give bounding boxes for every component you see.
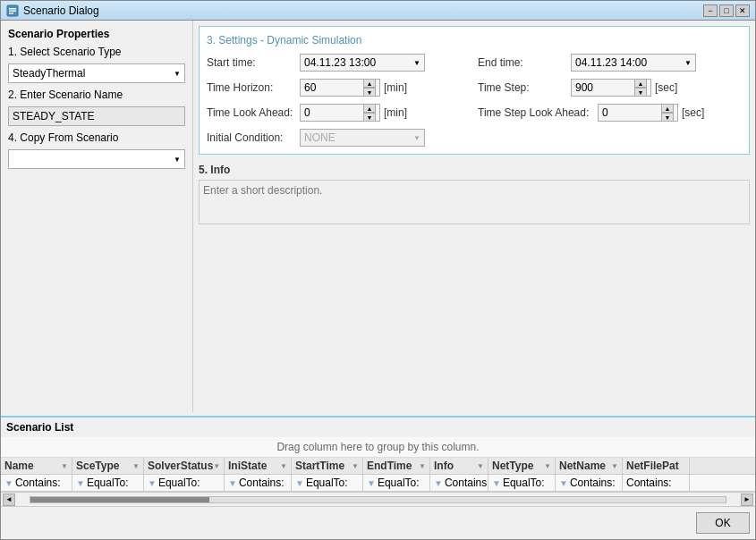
col-header-inistate[interactable]: IniState ▼ xyxy=(225,458,292,474)
start-time-row: Start time: 04.11.23 13:00 ▼ xyxy=(207,54,471,72)
col-header-info[interactable]: Info ▼ xyxy=(430,458,488,474)
scenario-name-input[interactable]: STEADY_STATE xyxy=(8,106,185,126)
ok-button[interactable]: OK xyxy=(696,512,750,534)
filter-nettype[interactable]: ▼ EqualTo: xyxy=(488,475,556,491)
settings-title: 3. Settings - Dynamic Simulation xyxy=(207,34,742,46)
start-time-label: Start time: xyxy=(207,56,296,69)
filter-name[interactable]: ▼ Contains: xyxy=(1,475,72,491)
time-step-value: 900 xyxy=(575,81,593,94)
info-label: 5. Info xyxy=(199,164,750,176)
time-step-unit: [sec] xyxy=(655,81,682,94)
time-step-look-ahead-unit: [sec] xyxy=(682,106,709,119)
col-filter-icon-info: ▼ xyxy=(477,462,484,470)
col-header-nettype[interactable]: NetType ▼ xyxy=(488,458,556,474)
start-time-dropdown-icon: ▼ xyxy=(413,59,420,67)
time-step-look-ahead-input[interactable]: 0 ▲ ▼ xyxy=(598,104,678,122)
col-filter-icon-netname: ▼ xyxy=(611,462,618,470)
time-step-spinner[interactable]: ▲ ▼ xyxy=(634,79,647,97)
scrollbar-thumb[interactable] xyxy=(30,497,209,502)
filter-inistate[interactable]: ▼ Contains: xyxy=(225,475,292,491)
info-section: 5. Info xyxy=(199,160,750,231)
time-look-ahead-input[interactable]: 0 ▲ ▼ xyxy=(300,104,380,122)
filter-solverstatus[interactable]: ▼ EqualTo: xyxy=(144,475,225,491)
col-header-scetype[interactable]: SceType ▼ xyxy=(72,458,144,474)
time-look-ahead-down[interactable]: ▼ xyxy=(363,113,376,122)
time-step-look-ahead-row: Time Step Look Ahead: 0 ▲ ▼ [sec] xyxy=(478,104,742,122)
time-horizon-label: Time Horizon: xyxy=(207,81,296,94)
start-time-input[interactable]: 04.11.23 13:00 ▼ xyxy=(300,54,425,72)
time-step-look-ahead-up[interactable]: ▲ xyxy=(661,104,674,113)
maximize-button[interactable]: □ xyxy=(719,4,734,17)
time-horizon-input[interactable]: 60 ▲ ▼ xyxy=(300,79,380,97)
time-step-up[interactable]: ▲ xyxy=(634,79,647,88)
dialog-icon xyxy=(6,4,19,17)
filter-icon-info: ▼ xyxy=(434,478,443,488)
filter-endtime[interactable]: ▼ EqualTo: xyxy=(363,475,430,491)
initial-condition-input[interactable]: NONE ▼ xyxy=(300,129,425,147)
start-time-value: 04.11.23 13:00 xyxy=(304,56,376,69)
scroll-right-button[interactable]: ► xyxy=(741,494,753,506)
right-panel: 3. Settings - Dynamic Simulation Start t… xyxy=(193,21,755,412)
col-filter-icon-inistate: ▼ xyxy=(280,462,287,470)
col-header-solverstatus[interactable]: SolverStatus ▼ xyxy=(144,458,225,474)
scrollbar-track[interactable] xyxy=(30,496,726,503)
settings-right-col: End time: 04.11.23 14:00 ▼ Time Step: 90… xyxy=(478,54,742,147)
filter-starttime[interactable]: ▼ EqualTo: xyxy=(292,475,363,491)
filter-netfilepath[interactable]: Contains: xyxy=(623,475,690,491)
scenario-type-value: SteadyThermal xyxy=(13,67,85,80)
filter-icon-inistate: ▼ xyxy=(228,478,237,488)
time-horizon-down[interactable]: ▼ xyxy=(363,88,376,97)
col-header-name[interactable]: Name ▼ xyxy=(1,458,72,474)
col-header-netfilepath[interactable]: NetFilePat xyxy=(623,458,690,474)
drag-hint: Drag column here to group by this column… xyxy=(1,437,755,458)
scenario-dialog: Scenario Dialog − □ ✕ Scenario Propertie… xyxy=(0,0,756,540)
filter-icon-endtime: ▼ xyxy=(367,478,376,488)
filter-scetype[interactable]: ▼ EqualTo: xyxy=(72,475,144,491)
time-step-look-ahead-down[interactable]: ▼ xyxy=(661,113,674,122)
filter-icon-starttime: ▼ xyxy=(295,478,304,488)
filter-icon-name: ▼ xyxy=(4,478,13,488)
properties-title: Scenario Properties xyxy=(8,28,185,40)
time-step-look-ahead-spinner[interactable]: ▲ ▼ xyxy=(661,104,674,122)
filter-row: ▼ Contains: ▼ EqualTo: ▼ EqualTo: ▼ Cont… xyxy=(1,475,755,492)
col-header-starttime[interactable]: StartTime ▼ xyxy=(292,458,363,474)
left-panel: Scenario Properties 1. Select Scenario T… xyxy=(1,21,193,412)
col-filter-icon-nettype: ▼ xyxy=(544,462,551,470)
time-look-ahead-unit: [min] xyxy=(384,106,411,119)
time-look-ahead-value: 0 xyxy=(304,106,310,119)
filter-icon-netname: ▼ xyxy=(559,478,568,488)
title-bar: Scenario Dialog − □ ✕ xyxy=(1,1,755,21)
time-horizon-unit: [min] xyxy=(384,81,411,94)
section4-label: 4. Copy From Scenario xyxy=(8,131,185,144)
filter-icon-nettype: ▼ xyxy=(492,478,501,488)
copy-from-dropdown-icon: ▼ xyxy=(174,156,181,164)
top-area: Scenario Properties 1. Select Scenario T… xyxy=(1,21,755,412)
time-step-input[interactable]: 900 ▲ ▼ xyxy=(571,79,651,97)
filter-icon-scetype: ▼ xyxy=(76,478,85,488)
copy-from-select[interactable]: ▼ xyxy=(8,149,185,169)
time-look-ahead-up[interactable]: ▲ xyxy=(363,104,376,113)
scroll-left-button[interactable]: ◄ xyxy=(3,494,15,506)
time-look-ahead-spinner[interactable]: ▲ ▼ xyxy=(363,104,376,122)
minimize-button[interactable]: − xyxy=(703,4,718,17)
scenario-list-section: Scenario List Drag column here to group … xyxy=(1,416,755,506)
filter-netname[interactable]: ▼ Contains: xyxy=(556,475,623,491)
col-header-endtime[interactable]: EndTime ▼ xyxy=(363,458,430,474)
time-look-ahead-row: Time Look Ahead: 0 ▲ ▼ [min] xyxy=(207,104,471,122)
close-button[interactable]: ✕ xyxy=(735,4,750,17)
svg-rect-2 xyxy=(9,10,16,12)
end-time-input[interactable]: 04.11.23 14:00 ▼ xyxy=(571,54,696,72)
ok-row: OK xyxy=(1,506,755,539)
settings-box: 3. Settings - Dynamic Simulation Start t… xyxy=(199,26,750,155)
col-filter-icon-starttime: ▼ xyxy=(352,462,359,470)
initial-condition-dropdown-icon: ▼ xyxy=(413,134,420,142)
col-header-netname[interactable]: NetName ▼ xyxy=(556,458,623,474)
time-step-down[interactable]: ▼ xyxy=(634,88,647,97)
info-textarea[interactable] xyxy=(199,180,750,224)
scenario-type-dropdown-icon: ▼ xyxy=(174,70,181,78)
time-horizon-spinner[interactable]: ▲ ▼ xyxy=(363,79,376,97)
time-horizon-up[interactable]: ▲ xyxy=(363,79,376,88)
filter-info[interactable]: ▼ Contains: xyxy=(430,475,488,491)
scenario-list-label: Scenario List xyxy=(1,418,755,437)
scenario-type-select[interactable]: SteadyThermal ▼ xyxy=(8,63,185,83)
